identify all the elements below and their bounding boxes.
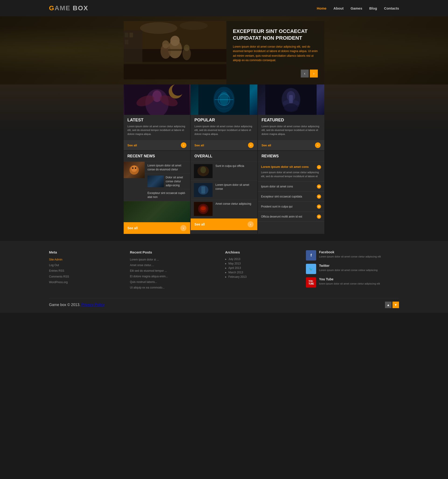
footer-post-2[interactable]: Amet onse ctetur....	[130, 263, 216, 267]
review-plus-icon-4[interactable]: +	[317, 214, 321, 219]
overall-thumb-2	[194, 183, 213, 197]
review-item-3[interactable]: Proident sunt in culpa qui +	[258, 202, 324, 212]
main-nav: Home About Games Blog Contacts	[317, 6, 399, 10]
nav-home[interactable]: Home	[317, 6, 326, 10]
hero-title: EXCEPTEUR SINT OCCAECAT CUPIDATAT NON PR…	[233, 28, 318, 41]
nav-contacts[interactable]: Contacts	[384, 6, 399, 10]
overall-title: OVERALL	[194, 154, 253, 158]
review-item-1[interactable]: Ipsum dolor sit amet cons +	[258, 182, 324, 192]
twitter-icon[interactable]: 🐦	[306, 264, 316, 274]
popular-card-image	[191, 85, 257, 115]
svg-rect-5	[125, 40, 128, 44]
footer-archive-5[interactable]: ▸ February 2013	[225, 275, 297, 279]
featured-card-image	[258, 85, 324, 115]
latest-card-footer[interactable]: See all ›	[124, 140, 190, 150]
svg-point-13	[184, 45, 190, 51]
logo-g: G	[49, 4, 55, 12]
featured-see-all[interactable]: See all	[262, 144, 271, 147]
review-plus-icon-1[interactable]: +	[317, 184, 321, 189]
overall-list: Sunt in culpa qui officia Lorem ipsum do…	[191, 162, 257, 219]
footer-privacy-link[interactable]: Privacy Policy	[81, 303, 105, 307]
news-text-3: Excepteur sint occaecat cupid-atat non	[147, 191, 187, 199]
footer-facebook: f Facebook Lorem ipsum dolor sit amet co…	[306, 250, 399, 260]
hero-description: Lorem ipsum dolor sit amet conse ctetur …	[233, 45, 318, 63]
svg-rect-34	[289, 95, 293, 103]
scroll-up-button[interactable]: ▲	[385, 302, 392, 308]
review-item-text-3: Proident sunt in culpa qui	[261, 205, 315, 208]
news-collage-img	[124, 201, 190, 222]
footer-wordpress-link[interactable]: WordPress.org	[49, 280, 121, 285]
popular-see-all[interactable]: See all	[194, 144, 204, 147]
site-logo: GAME BOX	[49, 4, 88, 12]
footer-archive-2[interactable]: ▸ May 2013	[225, 262, 297, 265]
latest-arrow-icon: ›	[181, 142, 186, 148]
recent-news-section: RECENT NEWS	[124, 151, 191, 234]
scroll-down-button[interactable]: ▼	[392, 302, 399, 308]
review-item-4[interactable]: Officia deserunt mollit anim id est +	[258, 212, 324, 222]
featured-card-footer[interactable]: See all ›	[258, 140, 324, 150]
hero-prev-button[interactable]: ‹	[301, 70, 309, 78]
popular-card-body: POPULAR Lorem ipsum dolor sit amet conse…	[191, 115, 257, 138]
footer-meta-col: Meta Site Admin Log Out Entries RSS Comm…	[49, 250, 121, 291]
review-minus-icon[interactable]: −	[317, 165, 321, 169]
featured-card: FEATURED Lorem ipsum dolor sit amet cons…	[258, 85, 324, 151]
news-texts-col: Lorem ipsum dolor sit amet conse do eius…	[145, 162, 190, 201]
overall-see-all[interactable]: See all ›	[191, 219, 257, 230]
main-container: LATEST Lorem ipsum dolor sit amet conse …	[124, 85, 324, 241]
footer-archive-4[interactable]: ▸ March 2013	[225, 271, 297, 274]
reviews-section: REVIEWS Lorem ipsum dolor sit amet cons …	[258, 151, 324, 234]
footer-site-admin-link[interactable]: Site Admin	[49, 258, 121, 262]
review-item-text-1: Ipsum dolor sit amet cons	[261, 185, 315, 188]
footer-post-3[interactable]: Elit sed do eiusmod tempor ...	[130, 269, 216, 273]
hero-next-button[interactable]: ›	[310, 70, 318, 78]
review-item-text-4: Officia deserunt mollit anim id est	[261, 215, 315, 218]
popular-card-label: POPULAR	[194, 118, 253, 123]
recent-news-see-all[interactable]: See all ›	[124, 222, 190, 234]
facebook-text: Lorem ipsum dolor sit amet conse ctetur …	[319, 255, 381, 258]
nav-about[interactable]: About	[333, 6, 343, 10]
footer: Meta Site Admin Log Out Entries RSS Comm…	[0, 241, 448, 313]
overall-text-1: Sunt in culpa qui officia	[215, 164, 244, 168]
footer-archive-1[interactable]: ▸ July 2013	[225, 258, 297, 261]
reviews-header: REVIEWS	[258, 151, 324, 162]
news-thumb-2	[147, 176, 164, 187]
footer-post-6[interactable]: Ut aliquip ex ea commodo...	[130, 286, 216, 290]
svg-rect-3	[125, 33, 128, 37]
footer-post-4[interactable]: Et dolore magna aliqua enim...	[130, 274, 216, 279]
review-featured-header: Lorem ipsum dolor sit amet cons −	[261, 165, 321, 170]
popular-card-desc: Lorem ipsum dolor sit amet conse ctetur …	[194, 124, 253, 136]
footer-copyright: Game box © 2013. Privacy Policy	[49, 303, 105, 307]
nav-blog[interactable]: Blog	[369, 6, 377, 10]
overall-arrow-icon: ›	[248, 221, 254, 227]
review-item-2[interactable]: Excepteur sint occaecat cupidata +	[258, 192, 324, 202]
footer-archive-3[interactable]: ▸ April 2013	[225, 266, 297, 270]
bottom-row: RECENT NEWS	[124, 151, 324, 234]
header: GAME BOX Home About Games Blog Contacts	[0, 0, 448, 16]
footer-post-1[interactable]: Lorem ipsum dolor si ...	[130, 258, 216, 262]
hero-section: EXCEPTEUR SINT OCCAECAT CUPIDATAT NON PR…	[0, 16, 448, 85]
footer-comments-rss-link[interactable]: Comments RSS	[49, 274, 121, 279]
footer-logout-link[interactable]: Log Out	[49, 263, 121, 267]
facebook-icon[interactable]: f	[306, 250, 316, 260]
footer-twitter: 🐦 Twitter Lorem ipsum dolor sit amet con…	[306, 264, 399, 274]
svg-rect-15	[124, 63, 226, 79]
footer-meta-title: Meta	[49, 250, 121, 254]
review-plus-icon-2[interactable]: +	[317, 194, 321, 199]
svg-point-38	[132, 167, 133, 169]
latest-see-all[interactable]: See all	[127, 144, 137, 147]
recent-news-header: RECENT NEWS	[124, 151, 190, 162]
footer-post-5[interactable]: Quis nostrud laboris...	[130, 280, 216, 284]
svg-point-37	[131, 166, 137, 172]
popular-card-footer[interactable]: See all ›	[191, 140, 257, 150]
svg-point-39	[135, 167, 136, 169]
svg-point-7	[180, 21, 208, 30]
footer-entries-rss-link[interactable]: Entries RSS	[49, 269, 121, 273]
latest-card-body: LATEST Lorem ipsum dolor sit amet conse …	[124, 115, 190, 138]
logo-box: BOX	[71, 4, 88, 12]
archive-label-3: April 2013	[228, 266, 241, 270]
nav-games[interactable]: Games	[350, 6, 362, 10]
game-cards-row: LATEST Lorem ipsum dolor sit amet conse …	[124, 85, 324, 151]
review-plus-icon-3[interactable]: +	[317, 205, 321, 209]
overall-thumb-1	[194, 164, 213, 178]
youtube-icon[interactable]: YOUTUBE	[306, 277, 316, 288]
